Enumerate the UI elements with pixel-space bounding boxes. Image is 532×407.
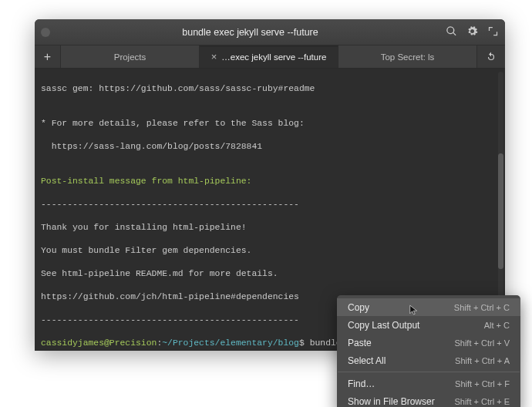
menu-item-find[interactable]: Find… Shift + Ctrl + F [337, 375, 520, 392]
menu-shortcut: Shift + Ctrl + A [455, 356, 510, 365]
menu-item-show-in-file-browser[interactable]: Show in File Browser Shift + Ctrl + E [337, 392, 520, 407]
terminal-line-postinstall: Post-install message from html-pipeline: [41, 176, 499, 187]
menu-label: Copy Last Output [348, 320, 419, 331]
maximize-icon[interactable] [487, 25, 499, 39]
terminal-line: See html-pipeline README.md for more det… [41, 268, 499, 280]
close-window-button[interactable] [41, 28, 50, 37]
menu-shortcut: Shift + Ctrl + E [454, 397, 510, 406]
terminal-line: ----------------------------------------… [41, 199, 499, 210]
menu-shortcut: Shift + Ctrl + V [454, 338, 510, 348]
menu-label: Find… [348, 378, 375, 389]
menu-label: Select All [348, 355, 386, 366]
search-icon[interactable] [446, 25, 457, 39]
menu-label: Paste [348, 338, 372, 348]
prompt-path: ~/Projects/elementary/blog [162, 338, 299, 348]
tab-label: …exec jekyll serve --future [221, 52, 326, 62]
menu-shortcut: Shift + Ctrl + C [454, 303, 510, 312]
close-icon[interactable]: × [211, 51, 217, 62]
menu-shortcut: Alt + C [484, 321, 510, 330]
tab-bar: + Projects × …exec jekyll serve --future… [35, 45, 505, 69]
tab-label: Projects [114, 52, 146, 62]
terminal-line: * For more details, please refer to the … [41, 118, 499, 130]
tab-label: Top Secret: ls [381, 52, 435, 62]
menu-label: Copy [348, 302, 369, 313]
menu-item-select-all[interactable]: Select All Shift + Ctrl + A [337, 352, 520, 369]
titlebar-actions [446, 25, 499, 39]
terminal-line: https://sass-lang.com/blog/posts/7828841 [41, 141, 499, 153]
context-menu: Copy Shift + Ctrl + C Copy Last Output A… [337, 295, 520, 407]
window-title: bundle exec jekyll serve --future [55, 27, 446, 38]
refresh-button[interactable] [477, 45, 505, 68]
mouse-cursor-icon [409, 303, 419, 317]
menu-shortcut: Shift + Ctrl + F [455, 379, 510, 388]
menu-item-copy-last-output[interactable]: Copy Last Output Alt + C [337, 316, 520, 334]
menu-label: Show in File Browser [348, 396, 435, 407]
tab-top-secret[interactable]: Top Secret: ls [338, 45, 477, 68]
terminal-line: You must bundle Filter gem dependencies. [41, 245, 499, 257]
prompt-dollar: $ [299, 338, 305, 348]
prompt-userhost: cassidyjames@Precision [41, 338, 157, 348]
new-tab-button[interactable]: + [35, 45, 61, 68]
scrollbar-thumb[interactable] [498, 153, 503, 269]
gear-icon[interactable] [466, 25, 478, 39]
menu-separator [338, 372, 520, 372]
terminal-line: sassc gem: https://github.com/sass/sassc… [41, 83, 499, 95]
menu-item-copy[interactable]: Copy Shift + Ctrl + C [337, 298, 520, 316]
terminal-line: Thank you for installing html-pipeline! [41, 222, 499, 234]
menu-item-paste[interactable]: Paste Shift + Ctrl + V [337, 334, 520, 352]
titlebar: bundle exec jekyll serve --future [35, 19, 505, 45]
tab-projects[interactable]: Projects [61, 45, 200, 68]
tab-jekyll-serve[interactable]: × …exec jekyll serve --future [200, 45, 338, 68]
